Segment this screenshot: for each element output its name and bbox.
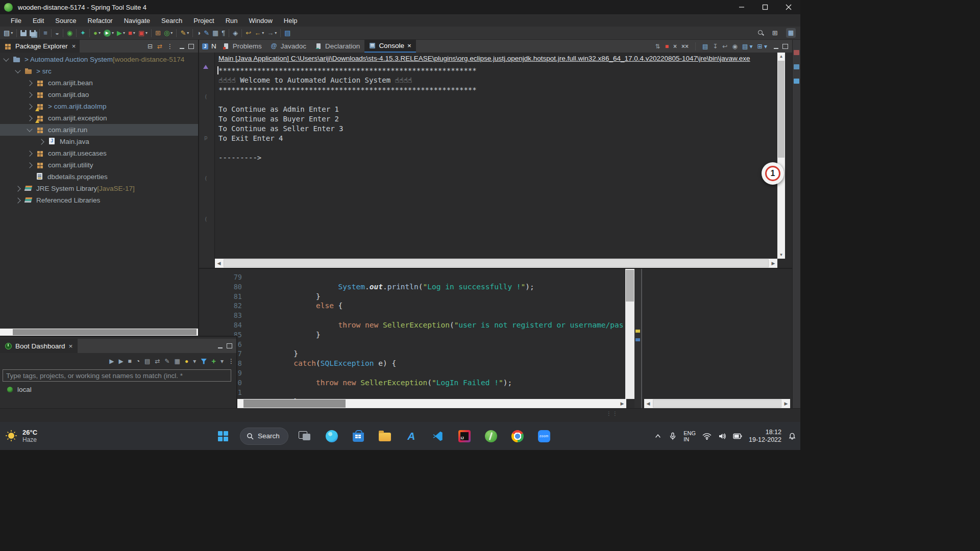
editor-vscrollbar[interactable] xyxy=(625,269,634,399)
sts-button[interactable] xyxy=(481,426,501,446)
console-process-title[interactable]: Main [Java Application] C:\Users\ariji\D… xyxy=(218,55,776,62)
menu-file[interactable]: File xyxy=(5,15,27,26)
new-java-package-icon[interactable]: ⊞ xyxy=(154,29,162,37)
dropdown-caret-icon[interactable]: ▾ xyxy=(99,31,101,35)
code-line[interactable]: 81 } xyxy=(199,292,625,302)
secondary-hscrollbar[interactable]: ◀ ▶ xyxy=(644,399,790,408)
task-view-button[interactable] xyxy=(296,426,315,446)
mark-occurrences-icon[interactable]: ◈ xyxy=(232,29,239,37)
tree-item-referenced-libraries[interactable]: Referenced Libraries xyxy=(0,194,198,206)
tree-item--src[interactable]: > src xyxy=(0,65,198,77)
menu-search[interactable]: Search xyxy=(156,15,188,26)
menu-navigate[interactable]: Navigate xyxy=(118,15,156,26)
open-console-icon[interactable]: ▤ xyxy=(144,358,150,364)
store-button[interactable] xyxy=(349,426,368,446)
close-icon[interactable]: × xyxy=(407,42,411,49)
dropdown-caret-icon[interactable]: ▾ xyxy=(11,31,13,35)
remove-launch-icon[interactable]: × xyxy=(673,43,677,49)
minimize-view-icon[interactable] xyxy=(180,48,184,49)
edit-icon[interactable]: ✎ xyxy=(165,358,170,364)
maximize-view-icon[interactable] xyxy=(188,44,194,49)
dropdown-caret-icon[interactable]: ▾ xyxy=(275,31,277,35)
chevron-right-icon[interactable] xyxy=(27,104,32,109)
open-type-icon[interactable]: ◑ xyxy=(195,29,202,37)
chevron-down-icon[interactable] xyxy=(3,56,9,61)
word-wrap-icon[interactable]: ↩ xyxy=(722,43,727,49)
code-line[interactable]: 91 xyxy=(199,388,625,397)
dropdown-caret-icon[interactable]: ▾ xyxy=(123,31,125,35)
collapse-all-icon[interactable]: ⊟ xyxy=(148,43,153,49)
terminate-icon[interactable]: ■ xyxy=(665,43,669,49)
chevron-right-icon[interactable] xyxy=(27,92,32,97)
taskbar-search[interactable]: Search xyxy=(240,428,288,445)
tab-problems[interactable]: Problems xyxy=(218,40,266,53)
scroll-lock-icon[interactable]: ↧ xyxy=(713,43,718,49)
properties-icon[interactable]: ▦ xyxy=(175,358,180,364)
print-icon[interactable]: ≡ xyxy=(42,29,48,37)
open-file-icon[interactable]: ▤ xyxy=(283,29,291,37)
tab-main-java-mini[interactable]: J N xyxy=(199,40,218,53)
dropdown-icon[interactable]: ▾ xyxy=(220,358,224,364)
code-line[interactable]: 90 throw new SellerException("LogIn Fail… xyxy=(199,378,625,388)
tree-item-com-arijit-bean[interactable]: com.arijit.bean xyxy=(0,77,198,89)
code-editor-panel[interactable]: 7980 System.out.println("Log in successf… xyxy=(199,269,641,408)
chevron-right-icon[interactable] xyxy=(15,186,20,191)
save-icon[interactable] xyxy=(19,30,28,37)
show-table-icon[interactable]: ▦ xyxy=(211,29,219,37)
filter-funnel-icon[interactable] xyxy=(201,359,207,364)
boot-devtools-icon[interactable]: ◉ xyxy=(66,29,74,37)
restore-display-icon[interactable] xyxy=(794,79,799,84)
code-line[interactable]: 88 catch(SQLException e) { xyxy=(199,359,625,368)
tab-javadoc[interactable]: Javadoc xyxy=(266,40,311,53)
relaunch-icon[interactable]: ▣▾ xyxy=(137,29,149,37)
tree-item-dbdetails-properties[interactable]: dbdetails.properties xyxy=(0,171,198,183)
tree-item-com-arijit-usecases[interactable]: com.arijit.usecases xyxy=(0,147,198,159)
overflow-menu-icon[interactable]: ⋮ xyxy=(228,358,234,364)
link-with-editor-icon[interactable]: ⇄ xyxy=(157,43,162,49)
code-line[interactable]: 79 xyxy=(199,272,625,282)
dropdown-caret-icon[interactable]: ▾ xyxy=(133,31,135,35)
open-perspective-icon[interactable]: ⊞ xyxy=(771,29,779,37)
microphone-icon[interactable] xyxy=(669,432,677,440)
scrollbar-thumb[interactable] xyxy=(243,399,346,408)
package-explorer-hscrollbar[interactable] xyxy=(0,329,198,336)
stop-icon[interactable]: ■▾ xyxy=(127,29,136,37)
coverage-icon[interactable]: ▶▾ xyxy=(116,29,126,37)
run-icon[interactable]: ▶▾ xyxy=(103,29,115,37)
forward-icon[interactable]: →▾ xyxy=(266,29,278,37)
scrollbar-thumb[interactable] xyxy=(13,329,197,335)
tab-declaration[interactable]: Declaration xyxy=(311,40,364,53)
speaker-icon[interactable] xyxy=(718,433,726,440)
code-line[interactable]: 86 xyxy=(199,340,625,349)
collapsed-editor-strip[interactable]: ( p ( ( xyxy=(199,53,215,268)
tree-item-com-arijit-dao[interactable]: com.arijit.dao xyxy=(0,89,198,101)
chevron-right-icon[interactable] xyxy=(27,162,32,168)
chrome-button[interactable] xyxy=(508,426,527,446)
code-line[interactable]: 80 System.out.println("Log in successful… xyxy=(199,282,625,292)
chevron-right-icon[interactable] xyxy=(27,80,32,86)
scrollbar-thumb[interactable] xyxy=(778,61,785,158)
close-button[interactable] xyxy=(777,0,800,14)
sync-icon[interactable]: ⇅ xyxy=(655,43,660,49)
clock-widget[interactable]: 18:12 19-12-2022 xyxy=(749,429,781,444)
dropdown-icon[interactable]: ▾ xyxy=(193,358,196,364)
start-button[interactable] xyxy=(213,426,233,446)
battery-icon[interactable] xyxy=(733,433,742,439)
intellij-button[interactable] xyxy=(455,426,474,446)
scroll-down-icon[interactable]: ▼ xyxy=(777,251,785,259)
save-all-icon[interactable] xyxy=(29,30,37,37)
console-output[interactable]: ****************************************… xyxy=(218,66,776,258)
code-line[interactable]: 85 } xyxy=(199,330,625,340)
language-indicator[interactable]: ENG IN xyxy=(683,430,696,442)
boot-target-local[interactable]: local xyxy=(7,386,32,393)
menu-source[interactable]: Source xyxy=(50,15,82,26)
code-line[interactable]: 84 throw new SellerException("user is no… xyxy=(199,320,625,330)
restore-console-icon[interactable] xyxy=(794,64,799,69)
scroll-left-icon[interactable]: ◀ xyxy=(644,399,652,408)
tree-item-com-arijit-exception[interactable]: com.arijit.exception xyxy=(0,112,198,124)
view-menu-icon[interactable]: ⋮ xyxy=(167,43,173,49)
search-flashlight-icon[interactable]: ◒ xyxy=(54,29,60,37)
open-annotation-icon[interactable]: ✎▾ xyxy=(179,29,190,37)
notification-bell-icon[interactable] xyxy=(788,432,796,440)
menu-help[interactable]: Help xyxy=(278,15,303,26)
